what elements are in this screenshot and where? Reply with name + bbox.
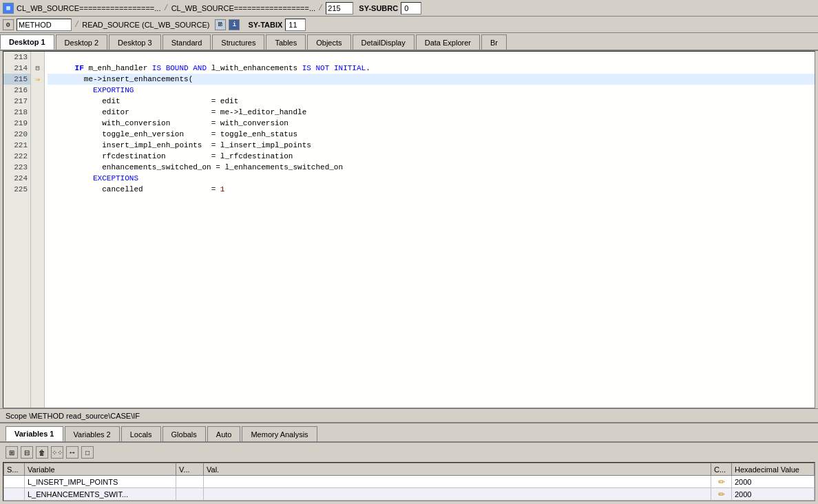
table-header-row: S... Variable V... Val. C... Hexadecimal… bbox=[4, 463, 815, 476]
scope-bar: Scope \METHOD read_source\CASE\IF bbox=[0, 408, 818, 422]
collapse-icon-214[interactable]: ⊟ bbox=[35, 64, 39, 72]
current-line-arrow: ⇒ bbox=[35, 74, 40, 85]
code-line-223: enhancements_switched_on = l_enhancement… bbox=[48, 162, 815, 173]
tab-auto[interactable]: Auto bbox=[207, 426, 241, 441]
sytabix-field: SY-TABIX 11 bbox=[248, 19, 306, 31]
nav-icon: 🖹 bbox=[215, 19, 226, 30]
code-line-218: editor = me->l_editor_handle bbox=[48, 107, 815, 118]
table-row: L_ENHANCEMENTS_SWIT... ✏ 2000 bbox=[4, 488, 815, 501]
code-line-225: cancelled = 1 bbox=[48, 184, 815, 195]
cell-hex-2: 2000 bbox=[732, 488, 815, 501]
tab-desktop1[interactable]: Desktop 1 bbox=[0, 34, 54, 50]
tab-objects[interactable]: Objects bbox=[307, 34, 350, 50]
gutter-223 bbox=[31, 162, 44, 173]
sytabix-label: SY-TABIX bbox=[248, 21, 282, 29]
cell-s-1 bbox=[4, 476, 25, 488]
lower-tab-bar: Variables 1 Variables 2 Locals Globals A… bbox=[0, 423, 818, 443]
col-header-hex: Hexadecimal Value bbox=[732, 463, 815, 476]
path2-text: CL_WB_SOURCE=================... bbox=[171, 4, 315, 12]
gutter-218 bbox=[31, 107, 44, 118]
toolbar-row-1: ▦ CL_WB_SOURCE=================... / CL_… bbox=[0, 0, 818, 17]
code-line-224: EXCEPTIONS bbox=[48, 173, 815, 184]
code-lines[interactable]: IF m_enh_handler IS BOUND AND l_with_enh… bbox=[45, 52, 815, 408]
tab-dataexplorer[interactable]: Data Explorer bbox=[416, 34, 480, 50]
gutter-224 bbox=[31, 173, 44, 184]
var-btn-columns[interactable]: ↔ bbox=[66, 446, 78, 459]
col-header-val: Val. bbox=[204, 463, 711, 476]
sytabix-value: 11 bbox=[285, 19, 306, 31]
scope-text: Scope \METHOD read_source\CASE\IF bbox=[6, 412, 140, 420]
linenum-221: 221 bbox=[3, 140, 30, 151]
file-icon: ▦ bbox=[3, 3, 14, 14]
linenum-225: 225 bbox=[3, 184, 30, 195]
cell-s-2 bbox=[4, 488, 25, 501]
editor-gutter: ⊟ ⇒ bbox=[31, 52, 45, 408]
col-header-s: S... bbox=[4, 463, 25, 476]
tab-variables1[interactable]: Variables 1 bbox=[6, 426, 63, 441]
var-btn-delete[interactable]: 🗑 bbox=[36, 446, 48, 459]
var-btn-add-watch[interactable]: ⊞ bbox=[6, 446, 18, 459]
cell-variable-1: L_INSERT_IMPL_POINTS bbox=[25, 476, 176, 488]
tab-standard[interactable]: Standard bbox=[162, 34, 211, 50]
sysubrc-field: SY-SUBRC 0 bbox=[359, 2, 421, 14]
linenum-216: 216 bbox=[3, 85, 30, 96]
tab-desktop3[interactable]: Desktop 3 bbox=[109, 34, 161, 50]
tab-memory-analysis[interactable]: Memory Analysis bbox=[242, 426, 317, 441]
sysubrc-value: 0 bbox=[401, 2, 421, 14]
code-editor: 213 214 215 216 217 218 219 220 221 222 … bbox=[3, 51, 815, 408]
app-window: ▦ CL_WB_SOURCE=================... / CL_… bbox=[0, 0, 818, 504]
sep3: / bbox=[74, 20, 79, 30]
gutter-213 bbox=[31, 52, 44, 63]
settings-icon: ⚙ bbox=[3, 19, 14, 30]
sysubrc-label: SY-SUBRC bbox=[359, 4, 398, 12]
method-text: READ_SOURCE (CL_WB_SOURCE) bbox=[82, 21, 209, 29]
gutter-221 bbox=[31, 140, 44, 151]
code-line-219: with_conversion = with_conversion bbox=[48, 118, 815, 129]
cell-c-2[interactable]: ✏ bbox=[711, 488, 732, 501]
code-line-217: edit = edit bbox=[48, 96, 815, 107]
var-btn-arrange[interactable]: ⁘⁘ bbox=[51, 446, 63, 459]
linenum-215: 215 bbox=[3, 74, 30, 85]
linenum-220: 220 bbox=[3, 129, 30, 140]
type-input[interactable] bbox=[17, 19, 72, 31]
tab-detaildisplay[interactable]: DetailDisplay bbox=[353, 34, 415, 50]
tab-locals[interactable]: Locals bbox=[121, 426, 161, 441]
cell-v-1 bbox=[176, 476, 204, 488]
cell-variable-2: L_ENHANCEMENTS_SWIT... bbox=[25, 488, 176, 501]
gutter-220 bbox=[31, 129, 44, 140]
linenum-223: 223 bbox=[3, 162, 30, 173]
tab-globals[interactable]: Globals bbox=[162, 426, 206, 441]
var-btn-expand[interactable]: □ bbox=[81, 446, 94, 459]
tab-structures[interactable]: Structures bbox=[212, 34, 264, 50]
tab-variables2[interactable]: Variables 2 bbox=[65, 426, 120, 441]
cell-c-1[interactable]: ✏ bbox=[711, 476, 732, 488]
code-line-216: EXPORTING bbox=[48, 85, 815, 96]
table-row: L_INSERT_IMPL_POINTS ✏ 2000 bbox=[4, 476, 815, 488]
toolbar-row-2: ⚙ / READ_SOURCE (CL_WB_SOURCE) 🖹 i SY-TA… bbox=[0, 17, 818, 33]
code-line-213 bbox=[48, 52, 815, 63]
line-numbers: 213 214 215 216 217 218 219 220 221 222 … bbox=[3, 52, 31, 408]
main-tab-bar: Desktop 1 Desktop 2 Desktop 3 Standard S… bbox=[0, 33, 818, 51]
cell-hex-1: 2000 bbox=[732, 476, 815, 488]
gutter-215: ⇒ bbox=[31, 74, 44, 85]
edit-icon-1: ✏ bbox=[718, 477, 725, 487]
tab-desktop2[interactable]: Desktop 2 bbox=[56, 34, 108, 50]
gutter-214: ⊟ bbox=[31, 63, 44, 74]
col-header-v: V... bbox=[176, 463, 204, 476]
cell-val-2 bbox=[204, 488, 711, 501]
gutter-225 bbox=[31, 184, 44, 195]
line-number-input[interactable] bbox=[326, 2, 353, 14]
cell-v-2 bbox=[176, 488, 204, 501]
info-icon: i bbox=[229, 19, 240, 30]
tab-tables[interactable]: Tables bbox=[266, 34, 306, 50]
variables-table: S... Variable V... Val. C... Hexadecimal… bbox=[3, 463, 815, 501]
linenum-217: 217 bbox=[3, 96, 30, 107]
linenum-224: 224 bbox=[3, 173, 30, 184]
code-line-215: me->insert_enhancements( bbox=[48, 74, 815, 85]
col-header-c: C... bbox=[711, 463, 732, 476]
cell-val-1 bbox=[204, 476, 711, 488]
tab-br[interactable]: Br bbox=[481, 34, 507, 50]
var-btn-remove-watch[interactable]: ⊟ bbox=[21, 446, 33, 459]
code-line-220: toggle_enh_version = toggle_enh_status bbox=[48, 129, 815, 140]
var-toolbar: ⊞ ⊟ 🗑 ⁘⁘ ↔ □ bbox=[0, 443, 818, 462]
